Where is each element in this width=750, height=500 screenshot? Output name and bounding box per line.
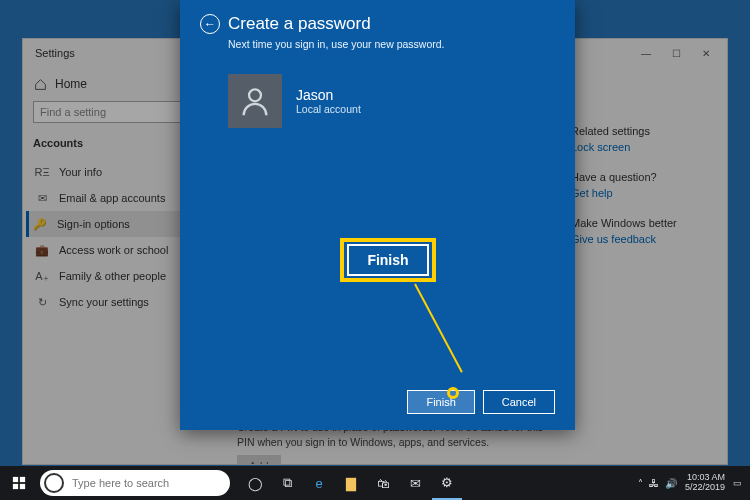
nav-label: Email & app accounts xyxy=(59,192,165,204)
svg-point-0 xyxy=(249,89,261,101)
search-placeholder: Type here to search xyxy=(72,477,169,489)
dialog-header: ← Create a password xyxy=(200,14,555,34)
highlight-finish-label: Finish xyxy=(347,244,428,276)
user-account-type: Local account xyxy=(296,103,361,115)
date: 5/22/2019 xyxy=(685,483,725,493)
feedback-link[interactable]: Give us feedback xyxy=(571,233,705,245)
briefcase-icon: 💼 xyxy=(35,243,49,257)
taskbar: Type here to search ◯ ⧉ e ▇ 🛍 ✉ ⚙ ˄ 🖧 🔊 … xyxy=(0,466,750,500)
taskbar-apps: ◯ ⧉ e ▇ 🛍 ✉ ⚙ xyxy=(240,466,462,500)
store-icon[interactable]: 🛍 xyxy=(368,466,398,500)
cortana-mic-icon[interactable]: ◯ xyxy=(240,466,270,500)
chevron-up-icon[interactable]: ˄ xyxy=(638,478,643,489)
svg-rect-1 xyxy=(13,477,18,482)
create-password-dialog: ← Create a password Next time you sign i… xyxy=(180,0,575,430)
dialog-title: Create a password xyxy=(228,14,371,34)
question-heading: Have a question? xyxy=(571,171,705,183)
mail-icon[interactable]: ✉ xyxy=(400,466,430,500)
system-tray: ˄ 🖧 🔊 10:03 AM 5/22/2019 ▭ xyxy=(638,473,750,493)
svg-rect-3 xyxy=(13,484,18,489)
better-heading: Make Windows better xyxy=(571,217,705,229)
person-icon: RΞ xyxy=(35,165,49,179)
taskbar-search[interactable]: Type here to search xyxy=(40,470,230,496)
nav-label: Family & other people xyxy=(59,270,166,282)
sync-icon: ↻ xyxy=(35,295,49,309)
callout-pointer-dot xyxy=(447,387,459,399)
add-pin-button[interactable]: Add xyxy=(237,455,281,464)
explorer-icon[interactable]: ▇ xyxy=(336,466,366,500)
get-help-link[interactable]: Get help xyxy=(571,187,705,199)
tray-icons[interactable]: ˄ 🖧 🔊 xyxy=(638,478,677,489)
home-label: Home xyxy=(55,77,87,91)
nav-label: Sync your settings xyxy=(59,296,149,308)
maximize-button[interactable]: ☐ xyxy=(661,43,691,63)
minimize-button[interactable]: — xyxy=(631,43,661,63)
avatar xyxy=(228,74,282,128)
volume-icon[interactable]: 🔊 xyxy=(665,478,677,489)
user-name: Jason xyxy=(296,87,361,103)
user-text: Jason Local account xyxy=(296,87,361,115)
window-controls: — ☐ ✕ xyxy=(631,43,721,63)
user-block: Jason Local account xyxy=(228,74,555,128)
mail-icon: ✉ xyxy=(35,191,49,205)
home-icon xyxy=(33,77,47,91)
nav-label: Access work or school xyxy=(59,244,168,256)
nav-label: Sign-in options xyxy=(57,218,130,230)
family-icon: A₊ xyxy=(35,269,49,283)
back-button[interactable]: ← xyxy=(200,14,220,34)
svg-rect-4 xyxy=(20,484,25,489)
network-icon[interactable]: 🖧 xyxy=(649,478,659,489)
nav-label: Your info xyxy=(59,166,102,178)
svg-rect-2 xyxy=(20,477,25,482)
cortana-icon xyxy=(44,473,64,493)
highlight-callout: Finish xyxy=(340,238,436,282)
start-button[interactable] xyxy=(0,466,38,500)
action-center-icon[interactable]: ▭ xyxy=(733,478,742,488)
lock-screen-link[interactable]: Lock screen xyxy=(571,141,705,153)
taskview-icon[interactable]: ⧉ xyxy=(272,466,302,500)
finish-button[interactable]: Finish xyxy=(407,390,474,414)
dialog-subtitle: Next time you sign in, use your new pass… xyxy=(228,38,555,50)
related-heading: Related settings xyxy=(571,125,705,137)
clock[interactable]: 10:03 AM 5/22/2019 xyxy=(685,473,725,493)
cancel-button[interactable]: Cancel xyxy=(483,390,555,414)
close-button[interactable]: ✕ xyxy=(691,43,721,63)
dialog-buttons: Finish Cancel xyxy=(407,390,555,414)
right-panel: Related settings Lock screen Have a ques… xyxy=(563,75,713,456)
settings-icon[interactable]: ⚙ xyxy=(432,466,462,500)
key-icon: 🔑 xyxy=(33,217,47,231)
window-title: Settings xyxy=(29,47,75,59)
edge-icon[interactable]: e xyxy=(304,466,334,500)
